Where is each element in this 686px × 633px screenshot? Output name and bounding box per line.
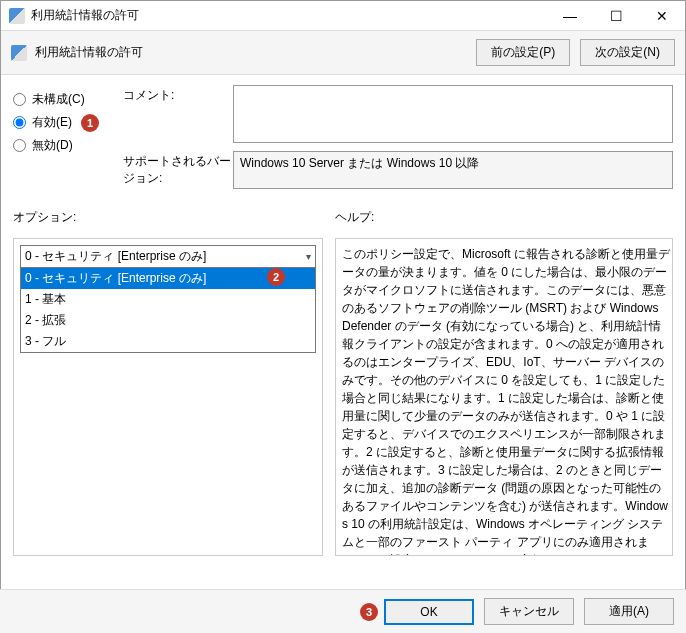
maximize-button[interactable]: ☐ (593, 1, 639, 31)
annotation-badge-1: 1 (81, 114, 99, 132)
options-panel: 0 - セキュリティ [Enterprise のみ] ▾ 0 - セキュリティ … (13, 238, 323, 556)
previous-setting-button[interactable]: 前の設定(P) (476, 39, 570, 66)
next-setting-button[interactable]: 次の設定(N) (580, 39, 675, 66)
option-1[interactable]: 1 - 基本 (21, 289, 315, 310)
dropdown-selected: 0 - セキュリティ [Enterprise のみ] (25, 248, 206, 265)
option-0[interactable]: 0 - セキュリティ [Enterprise のみ] 2 (21, 268, 315, 289)
cancel-button[interactable]: キャンセル (484, 598, 574, 625)
titlebar: 利用統計情報の許可 — ☐ ✕ (1, 1, 685, 31)
options-dropdown[interactable]: 0 - セキュリティ [Enterprise のみ] ▾ (20, 245, 316, 268)
policy-icon (11, 45, 27, 61)
radio-not-configured[interactable]: 未構成(C) (13, 91, 123, 108)
minimize-button[interactable]: — (547, 1, 593, 31)
state-radio-group: 未構成(C) 有効(E) 1 無効(D) (13, 85, 123, 197)
help-label: ヘルプ: (335, 209, 673, 226)
chevron-down-icon: ▾ (306, 251, 311, 262)
apply-button[interactable]: 適用(A) (584, 598, 674, 625)
annotation-badge-3: 3 (360, 603, 378, 621)
help-text-1: このポリシー設定で、Microsoft に報告される診断と使用量データの量が決ま… (342, 245, 670, 556)
radio-enabled-label: 有効(E) (32, 114, 72, 131)
radio-disabled[interactable]: 無効(D) (13, 137, 123, 154)
policy-title: 利用統計情報の許可 (35, 44, 466, 61)
header: 利用統計情報の許可 前の設定(P) 次の設定(N) (1, 31, 685, 75)
radio-enabled-input[interactable] (13, 116, 26, 129)
radio-disabled-input[interactable] (13, 139, 26, 152)
app-icon (9, 8, 25, 24)
options-label: オプション: (13, 209, 323, 226)
radio-disabled-label: 無効(D) (32, 137, 73, 154)
window-title: 利用統計情報の許可 (31, 7, 547, 24)
annotation-badge-2: 2 (267, 268, 285, 286)
footer: 3 OK キャンセル 適用(A) (0, 589, 686, 633)
supported-value: Windows 10 Server または Windows 10 以降 (240, 155, 479, 172)
comment-label: コメント: (123, 85, 233, 143)
radio-enabled[interactable]: 有効(E) 1 (13, 114, 123, 131)
supported-box: Windows 10 Server または Windows 10 以降 (233, 151, 673, 189)
option-2[interactable]: 2 - 拡張 (21, 310, 315, 331)
supported-label: サポートされるバージョン: (123, 151, 233, 189)
radio-not-configured-label: 未構成(C) (32, 91, 85, 108)
comment-input[interactable] (233, 85, 673, 143)
ok-button[interactable]: OK (384, 599, 474, 625)
help-panel[interactable]: このポリシー設定で、Microsoft に報告される診断と使用量データの量が決ま… (335, 238, 673, 556)
option-3[interactable]: 3 - フル (21, 331, 315, 352)
radio-not-configured-input[interactable] (13, 93, 26, 106)
close-button[interactable]: ✕ (639, 1, 685, 31)
options-listbox[interactable]: 0 - セキュリティ [Enterprise のみ] 2 1 - 基本 2 - … (20, 268, 316, 353)
